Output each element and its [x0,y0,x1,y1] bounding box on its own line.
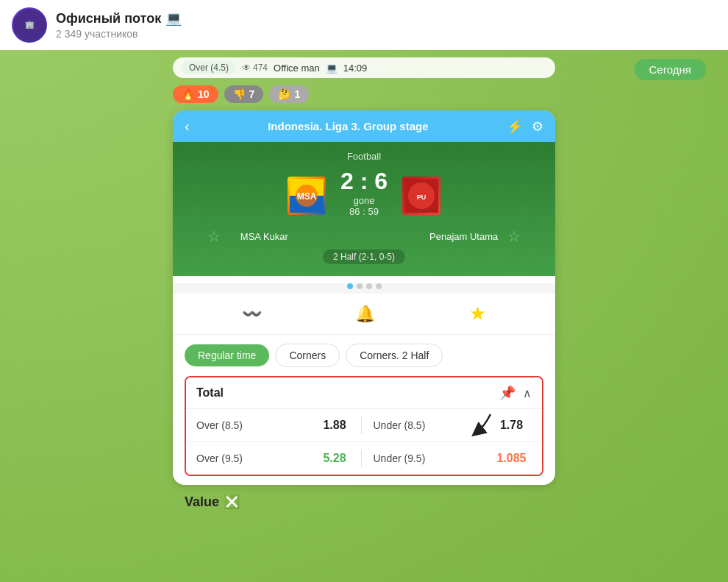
dot-4[interactable] [376,283,382,289]
avatar: 🏢 [12,7,47,43]
think-emoji: 🤔 [278,88,290,100]
under-value-2[interactable]: 1.085 [491,452,532,465]
channel-info: Офисный поток 💻 2 349 участников [56,10,182,40]
match-sport: Football [185,151,543,162]
thumb-count: 7 [249,88,255,100]
card-actions: 〰️ 🔔 ★ [173,294,555,335]
main-content: Over (4.5) 👁 474 Office man 💻 14:09 🔥 10… [0,50,728,522]
channel-members: 2 349 участников [56,28,182,40]
over-value-1[interactable]: 1.88 [315,419,355,432]
views-count: 👁 474 [242,63,268,73]
odds-header: Total 📌 ∧ [186,377,542,409]
arrow-annotation: 1.78 [491,419,532,432]
message-time: 14:09 [343,63,368,74]
laptop-icon: 💻 [165,10,182,26]
pin-icon[interactable]: 📌 [499,385,515,401]
settings-icon[interactable]: ⚙ [532,118,543,135]
tab-corners-2half[interactable]: Corners. 2 Half [346,344,443,367]
team-away-name: Penajam Utama [425,231,503,242]
bet-tag: Over (4.5) [182,61,236,74]
dot-1[interactable] [347,283,353,289]
value-label: Value [185,494,219,510]
top-message-bar: Over (4.5) 👁 474 Office man 💻 14:09 [173,57,555,78]
card-title: Indonesia. Liga 3. Group stage [197,120,499,132]
svg-text:PU: PU [417,194,427,201]
bell-icon[interactable]: 🔔 [355,305,375,324]
team-names-row: ☆ MSA Kukar Penajam Utama ☆ [185,227,543,245]
reaction-fire[interactable]: 🔥 10 [173,85,218,103]
value-section: Value ❎ [173,485,555,514]
over-label-2: Over (9.5) [196,453,312,464]
collapse-icon[interactable]: ∧ [523,386,532,400]
over-value-2[interactable]: 5.28 [315,452,355,465]
odds-section: Total 📌 ∧ Over (8.5) 1.88 Under (8.5) [185,376,543,476]
eye-icon: 👁 [242,63,251,73]
under-value-1[interactable]: 1.78 [491,419,532,432]
back-button[interactable]: ‹ [185,118,190,135]
think-count: 1 [294,88,300,100]
fire-emoji: 🔥 [182,88,194,100]
under-label-1: Under (8.5) [368,419,489,431]
username: Office man [274,63,320,74]
match-status: gone [340,195,388,206]
match-area: Football MSA 2 : 6 gone 86 : 59 [173,142,555,276]
dot-2[interactable] [357,283,363,289]
odds-header-icons: 📌 ∧ [499,385,532,401]
odds-row-2: Over (9.5) 5.28 Under (9.5) 1.085 [186,442,542,475]
dots-row [173,283,555,294]
half-info: 2 Half (2-1, 0-5) [185,245,543,264]
username-laptop-icon: 💻 [326,63,338,74]
reaction-think[interactable]: 🤔 1 [269,85,309,103]
bet-tabs: Regular time Corners Corners. 2 Half [173,335,555,376]
fire-count: 10 [198,88,210,100]
star-icon[interactable]: ★ [469,302,486,325]
tab-corners[interactable]: Corners [275,344,340,367]
team-logo-home: MSA [288,177,326,215]
stats-icon[interactable]: 〰️ [242,305,262,324]
reactions-row: 🔥 10 👎 7 🤔 1 [173,85,555,103]
under-label-2: Under (9.5) [368,453,489,464]
match-score: 2 : 6 gone 86 : 59 [340,168,388,223]
dot-3[interactable] [366,283,372,289]
star-icon-left: ☆ MSA Kukar [207,227,303,245]
team-home-name: MSA Kukar [225,231,303,242]
odds-divider-2 [361,450,362,467]
match-card: ‹ Indonesia. Liga 3. Group stage ⚡ ⚙ Foo… [173,110,555,485]
odds-row-1: Over (8.5) 1.88 Under (8.5) 1.78 [186,409,542,442]
tab-regular-time[interactable]: Regular time [185,344,269,366]
avatar-image: 🏢 [13,9,46,41]
odds-title: Total [196,386,224,400]
reaction-thumb[interactable]: 👎 7 [224,85,264,103]
card-header: ‹ Indonesia. Liga 3. Group stage ⚡ ⚙ [173,110,555,142]
thumb-emoji: 👎 [233,88,246,100]
match-time: 86 : 59 [340,206,388,217]
over-label-1: Over (8.5) [196,419,312,431]
odds-divider-1 [361,416,362,434]
team-logo-away: PU [402,177,440,215]
header-icons: ⚡ ⚙ [507,118,543,135]
channel-name: Офисный поток 💻 [56,10,182,26]
views-number: 474 [253,63,268,73]
value-icon: ❎ [224,494,240,510]
svg-text:MSA: MSA [297,191,317,202]
app-header: 🏢 Офисный поток 💻 2 349 участников [0,0,728,50]
star-icon-right: Penajam Utama ☆ [425,227,521,245]
match-score-row: MSA 2 : 6 gone 86 : 59 PU [185,168,543,223]
lightning-icon[interactable]: ⚡ [507,118,523,135]
